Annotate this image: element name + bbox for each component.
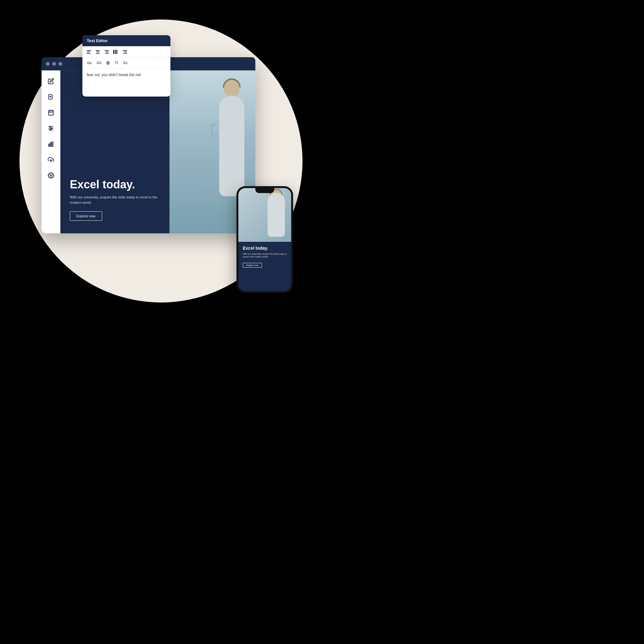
phone-hero-subtitle: With our university, acquire the skills …: [243, 253, 287, 259]
sidebar: [42, 70, 60, 233]
sidebar-icon-calendar[interactable]: [47, 108, 55, 117]
scene: Excel today. With our university, acquir…: [19, 19, 303, 303]
person-head: [224, 80, 240, 97]
align-right-icon[interactable]: [104, 50, 109, 54]
browser-dot-3: [58, 62, 62, 66]
browser-dot-2: [52, 62, 56, 66]
svg-point-12: [50, 129, 51, 130]
phone-photo: [238, 188, 291, 242]
text-editor-header: Text Editor: [82, 35, 170, 46]
svg-rect-20: [116, 50, 117, 54]
svg-rect-18: [113, 50, 114, 54]
justify-icon[interactable]: [113, 49, 118, 54]
phone-screen: Excel today. With our university, acquir…: [238, 188, 291, 291]
svg-point-11: [51, 128, 52, 129]
hero-subtitle: With our university, acquire the skills …: [70, 195, 160, 205]
align-left-icon[interactable]: [87, 50, 91, 54]
svg-rect-19: [115, 50, 116, 54]
phone-person-body: [268, 193, 285, 237]
explore-button[interactable]: Explore now: [70, 211, 102, 221]
phone-explore-button[interactable]: Explore now: [243, 263, 262, 268]
svg-point-17: [50, 175, 52, 176]
sidebar-icon-settings[interactable]: [47, 171, 55, 180]
svg-rect-14: [50, 143, 51, 147]
browser-dot-1: [46, 62, 50, 66]
sidebar-icon-sliders[interactable]: [47, 124, 55, 133]
svg-rect-15: [52, 142, 53, 146]
svg-rect-13: [49, 144, 50, 147]
sidebar-icon-bar-chart[interactable]: [47, 140, 55, 148]
toolbar-aa-caps[interactable]: AA: [97, 61, 102, 65]
sidebar-icon-add-page[interactable]: [47, 92, 55, 101]
sidebar-icon-pencil[interactable]: [47, 77, 55, 86]
align-center-icon[interactable]: [96, 50, 100, 54]
phone-notch: [255, 188, 274, 193]
toolbar-bold[interactable]: B: [107, 60, 110, 65]
svg-rect-3: [49, 110, 53, 115]
phone-mockup: Excel today. With our university, acquir…: [236, 186, 293, 293]
toolbar-xx[interactable]: Xx: [123, 61, 128, 65]
indent-icon[interactable]: [123, 50, 127, 54]
person-body: [219, 96, 244, 196]
sidebar-icon-cloud-upload[interactable]: [47, 155, 55, 164]
svg-point-10: [49, 126, 50, 127]
text-editor-popup: Text Editor: [82, 35, 170, 97]
text-editor-content[interactable]: fear not, you didn't break the net: [82, 68, 170, 97]
phone-photo-person: [238, 188, 291, 242]
toolbar-aa-small[interactable]: Aa: [87, 61, 92, 65]
headphones: [211, 124, 218, 136]
hero-title: Excel today.: [70, 178, 160, 191]
toolbar-tt[interactable]: Tt: [115, 61, 118, 65]
phone-hero-section: Excel today. With our university, acquir…: [238, 242, 291, 291]
phone-hero-title: Excel today.: [243, 246, 287, 251]
text-editor-toolbar: [82, 46, 170, 58]
text-editor-toolbar2: Aa AA B Tt Xx: [82, 58, 170, 68]
